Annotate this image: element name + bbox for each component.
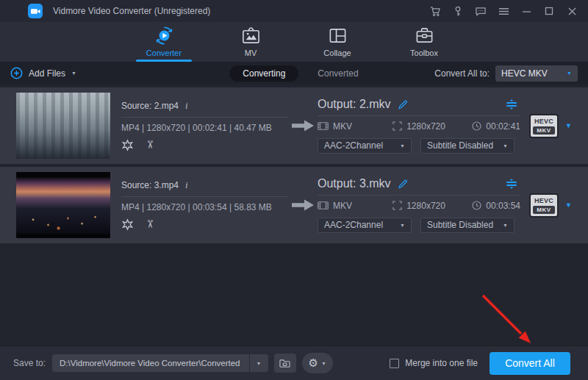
- tab-mv[interactable]: MV: [227, 26, 274, 62]
- convert-all-to-label: Convert All to:: [434, 68, 490, 79]
- profile-caret-icon[interactable]: ▼: [565, 122, 572, 129]
- duration-icon: [472, 201, 481, 210]
- output-settings-icon[interactable]: [506, 179, 517, 189]
- minimize-button[interactable]: [517, 3, 535, 19]
- subtitle-caret-icon: ▼: [503, 223, 508, 228]
- output-duration-2: 00:03:54: [486, 201, 520, 211]
- output-section-1: Output: 2.mkv MKV: [318, 98, 520, 154]
- add-files-label: Add Files: [29, 68, 65, 79]
- source-section-1: Source: 2.mp4 i MP4 | 1280x720 | 00:02:4…: [110, 100, 288, 151]
- format-icon: [318, 201, 329, 209]
- output-duration-1: 00:02:41: [486, 121, 520, 132]
- output-resolution-1: 1280x720: [406, 121, 445, 132]
- audio-track-select-1[interactable]: AAC-2Channel ▼: [318, 138, 412, 154]
- tab-converter[interactable]: Converter: [140, 26, 187, 62]
- rename-icon[interactable]: [398, 179, 408, 189]
- toolbar: Add Files ▼ Converting Converted Convert…: [0, 62, 588, 85]
- audio-track-select-2[interactable]: AAC-2Channel ▼: [318, 218, 412, 233]
- tab-converter-label: Converter: [146, 49, 182, 57]
- subtitle-select-2[interactable]: Subtitle Disabled ▼: [420, 218, 514, 233]
- tab-collage[interactable]: Collage: [314, 26, 361, 62]
- output-section-2: Output: 3.mkv MKV: [318, 178, 520, 233]
- output-settings-icon[interactable]: [506, 99, 517, 110]
- output-format-2: MKV: [333, 201, 352, 211]
- video-thumbnail-2: [16, 172, 110, 238]
- output-filename-2: Output: 3.mkv: [318, 177, 391, 190]
- rename-icon[interactable]: [398, 99, 408, 110]
- info-icon[interactable]: i: [185, 100, 188, 112]
- audio-caret-icon: ▼: [400, 223, 405, 228]
- resolution-icon: [392, 201, 402, 210]
- feedback-icon[interactable]: [472, 3, 490, 19]
- merge-checkbox[interactable]: [390, 359, 399, 368]
- converting-tab[interactable]: Converting: [229, 65, 298, 82]
- cart-icon[interactable]: [426, 3, 444, 19]
- register-key-icon[interactable]: [449, 3, 467, 19]
- source-media-info-2: MP4 | 1280x720 | 00:03:54 | 58.83 MB: [121, 202, 288, 212]
- convert-all-button[interactable]: Convert All: [490, 352, 570, 375]
- output-profile-badge-2[interactable]: HEVC MKV: [529, 193, 559, 218]
- settings-button[interactable]: ⚙ ▼: [302, 353, 333, 373]
- subtitle-select-1[interactable]: Subtitle Disabled ▼: [420, 138, 514, 154]
- mv-icon: [241, 26, 261, 46]
- save-to-label: Save to:: [13, 358, 46, 368]
- audio-caret-icon: ▼: [400, 143, 405, 148]
- source-media-info-1: MP4 | 1280x720 | 00:02:41 | 40.47 MB: [121, 123, 288, 133]
- tab-collage-label: Collage: [323, 49, 351, 57]
- file-row-2[interactable]: Source: 3.mp4 i MP4 | 1280x720 | 00:03:5…: [0, 167, 588, 243]
- add-files-caret-icon[interactable]: ▼: [71, 71, 76, 76]
- menu-icon[interactable]: [495, 3, 512, 19]
- save-path-select[interactable]: D:\Vidmore\Vidmore Video Converter\Conve…: [52, 354, 268, 372]
- merge-option[interactable]: Merge into one file: [390, 358, 478, 368]
- window-title: Vidmore Video Converter (Unregistered): [53, 6, 210, 16]
- profile-caret-icon[interactable]: ▼: [565, 201, 572, 209]
- output-format-1: MKV: [333, 121, 352, 132]
- convert-direction-arrow-icon: [288, 198, 318, 212]
- resolution-icon: [392, 121, 402, 131]
- converter-icon: [154, 26, 174, 46]
- divider: [318, 195, 520, 196]
- maximize-button[interactable]: [540, 3, 558, 19]
- collage-icon: [328, 26, 348, 46]
- open-folder-button[interactable]: [274, 354, 296, 373]
- convert-all-to-select[interactable]: HEVC MKV ▼: [495, 65, 578, 82]
- app-window: Vidmore Video Converter (Unregistered): [0, 0, 588, 380]
- divider: [121, 117, 288, 118]
- source-section-2: Source: 3.mp4 i MP4 | 1280x720 | 00:03:5…: [110, 179, 288, 231]
- close-button[interactable]: [563, 3, 581, 19]
- output-profile-badge-1[interactable]: HEVC MKV: [529, 114, 559, 138]
- footer-bar: Save to: D:\Vidmore\Vidmore Video Conver…: [0, 345, 588, 380]
- converted-tab[interactable]: Converted: [318, 68, 358, 79]
- merge-label: Merge into one file: [405, 358, 478, 368]
- cut-icon[interactable]: ✂: [143, 140, 157, 150]
- source-filename-2: Source: 3.mp4: [121, 180, 179, 190]
- source-filename-1: Source: 2.mp4: [121, 101, 179, 111]
- divider: [121, 196, 288, 197]
- edit-effects-icon[interactable]: [121, 139, 134, 151]
- feature-nav: Converter MV Collage Toolbox: [0, 22, 588, 62]
- file-row-1[interactable]: Source: 2.mp4 i MP4 | 1280x720 | 00:02:4…: [0, 87, 588, 164]
- tab-toolbox[interactable]: Toolbox: [401, 26, 448, 62]
- gear-icon: ⚙: [309, 358, 318, 369]
- video-thumbnail-1: [16, 93, 110, 159]
- subtitle-caret-icon: ▼: [503, 143, 508, 148]
- convert-all-to-caret-icon: ▼: [567, 71, 572, 76]
- save-path-caret-icon[interactable]: ▼: [249, 354, 268, 372]
- settings-caret-icon: ▼: [321, 361, 326, 366]
- output-resolution-2: 1280x720: [406, 201, 445, 211]
- output-filename-1: Output: 2.mkv: [318, 98, 391, 111]
- add-files-plus-icon: [10, 67, 23, 79]
- info-icon[interactable]: i: [185, 179, 188, 191]
- add-files-button[interactable]: Add Files ▼: [10, 67, 76, 79]
- format-icon: [318, 122, 329, 130]
- cut-icon[interactable]: ✂: [143, 220, 157, 229]
- duration-icon: [472, 121, 481, 131]
- tab-mv-label: MV: [245, 49, 257, 57]
- edit-effects-icon[interactable]: [121, 218, 134, 231]
- file-list: Source: 2.mp4 i MP4 | 1280x720 | 00:02:4…: [0, 85, 588, 243]
- empty-area: [0, 243, 588, 345]
- app-logo-icon: [28, 4, 43, 18]
- save-path-value: D:\Vidmore\Vidmore Video Converter\Conve…: [52, 359, 248, 368]
- convert-all-to-value: HEVC MKV: [501, 68, 562, 79]
- divider: [318, 115, 520, 116]
